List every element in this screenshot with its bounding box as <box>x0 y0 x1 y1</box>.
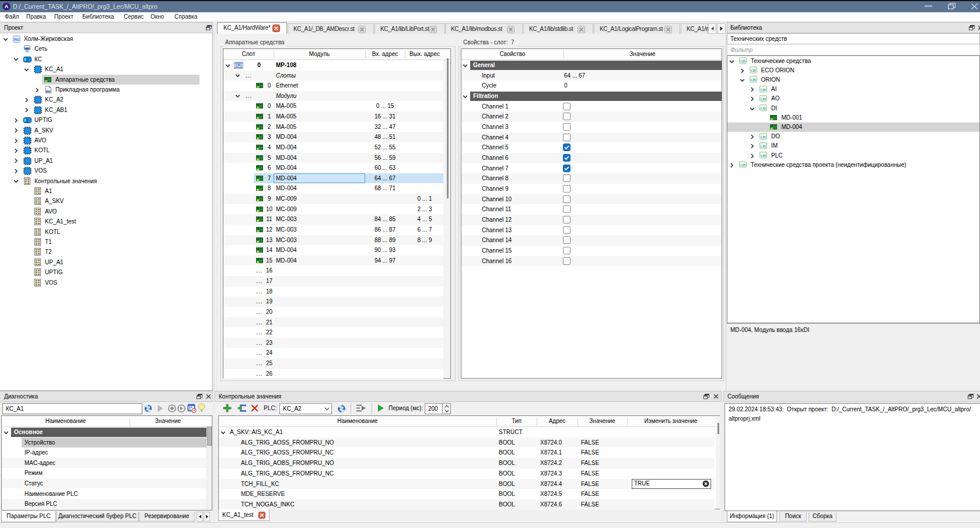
svg-text:LIB: LIB <box>751 78 756 82</box>
svg-text:LIB: LIB <box>761 154 766 158</box>
svg-text:LIB: LIB <box>761 107 766 110</box>
svg-text:LIB: LIB <box>740 60 746 63</box>
svg-text:LIB: LIB <box>761 97 766 100</box>
svg-text:CPU: CPU <box>235 64 242 67</box>
svg-text:LIB: LIB <box>761 135 766 138</box>
svg-text:LIB: LIB <box>761 144 766 148</box>
svg-text:LIB: LIB <box>751 69 756 72</box>
svg-text:PRJ: PRJ <box>14 38 20 41</box>
svg-text:A: A <box>5 4 9 9</box>
svg-text:LIB: LIB <box>740 163 746 167</box>
svg-text:LIB: LIB <box>761 88 766 91</box>
